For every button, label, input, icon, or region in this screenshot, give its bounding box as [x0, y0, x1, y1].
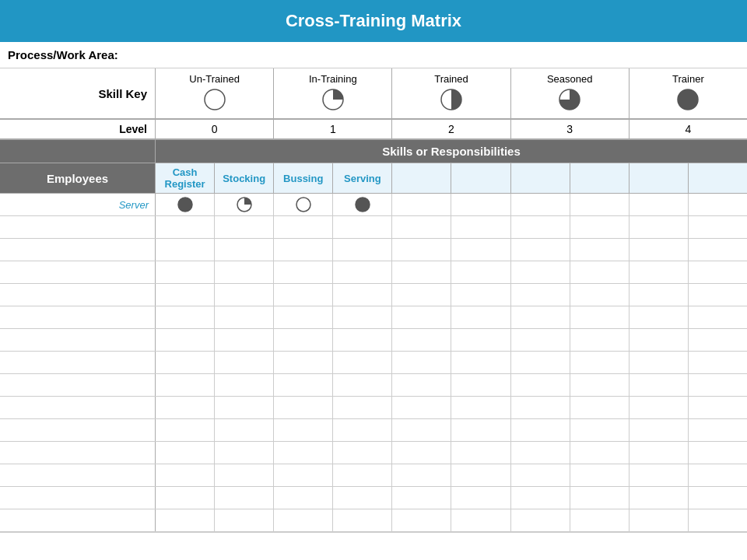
- data-cell-5-9: [689, 306, 747, 328]
- data-cell-0-5: [451, 194, 510, 215]
- data-cell-13-4: [392, 487, 451, 509]
- data-cell-12-7: [570, 464, 630, 486]
- employees-label: Employees: [0, 163, 156, 193]
- data-cell-5-8: [630, 306, 689, 328]
- data-cell-8-0: [156, 374, 215, 396]
- table-row: [0, 216, 747, 239]
- data-cell-9-8: [630, 397, 689, 418]
- data-cell-8-6: [511, 374, 570, 396]
- data-cell-4-9: [689, 284, 747, 306]
- skill-col-header-6: [511, 163, 570, 193]
- employee-cell: [0, 306, 156, 328]
- skills-header-row: Skills or Responsibilities: [0, 140, 747, 163]
- data-cell-1-0: [156, 216, 215, 238]
- skill-level-1: In-Training: [274, 68, 392, 118]
- svg-point-11: [356, 198, 370, 212]
- bottom-padding: [0, 532, 747, 560]
- data-cell-13-0: [156, 487, 215, 509]
- data-cell-6-7: [570, 329, 630, 351]
- data-cell-12-3: [333, 464, 392, 486]
- data-cell-13-1: [215, 487, 274, 509]
- level-value-0: 0: [156, 120, 274, 138]
- data-cell-7-6: [511, 352, 570, 373]
- data-cell-6-8: [630, 329, 689, 351]
- data-cell-2-9: [689, 239, 747, 261]
- skill-level-label: Trained: [434, 73, 468, 85]
- data-cell-3-3: [333, 261, 392, 283]
- data-cell-10-6: [511, 419, 570, 441]
- data-cell-11-7: [570, 442, 630, 464]
- data-cell-0-7: [570, 194, 630, 215]
- employee-cell: [0, 284, 156, 306]
- table-row: [0, 419, 747, 442]
- data-cell-2-7: [570, 239, 630, 261]
- data-cell-0-3: [333, 194, 392, 215]
- data-cell-3-4: [392, 261, 451, 283]
- employee-cell: [0, 374, 156, 396]
- skill-level-2: Trained: [392, 68, 510, 118]
- data-cell-2-1: [215, 239, 274, 261]
- data-cell-10-8: [630, 419, 689, 441]
- table-row: [0, 352, 747, 374]
- svg-point-0: [205, 89, 225, 110]
- data-cell-12-2: [274, 464, 333, 486]
- table-row: [0, 239, 747, 261]
- level-value-3: 3: [511, 120, 630, 138]
- skill-key-section: Skill Key Un-TrainedIn-TrainingTrainedSe…: [0, 68, 747, 120]
- data-cell-2-6: [511, 239, 570, 261]
- skill-levels: Un-TrainedIn-TrainingTrainedSeasonedTrai…: [156, 68, 747, 118]
- data-cell-1-1: [215, 216, 274, 238]
- process-area-label: Process/Work Area:: [0, 42, 747, 68]
- data-cell-6-9: [689, 329, 747, 351]
- data-cell-3-6: [511, 261, 570, 283]
- data-cell-14-0: [156, 509, 215, 531]
- data-cell-10-2: [274, 419, 333, 441]
- data-cell-7-9: [689, 352, 747, 373]
- data-cell-3-1: [215, 261, 274, 283]
- employee-cell: [0, 464, 156, 486]
- level-values: 01234: [156, 120, 747, 138]
- data-cell-11-1: [215, 442, 274, 464]
- svg-point-5: [678, 89, 698, 110]
- data-cell-10-1: [215, 419, 274, 441]
- skill-col-header-5: [451, 163, 510, 193]
- data-cell-11-4: [392, 442, 451, 464]
- data-cell-3-9: [689, 261, 747, 283]
- data-cell-11-0: [156, 442, 215, 464]
- data-cell-14-2: [274, 509, 333, 531]
- skill-level-3: Seasoned: [511, 68, 630, 118]
- skill-level-label: Trainer: [672, 73, 704, 85]
- data-cell-1-3: [333, 216, 392, 238]
- employee-cell: [0, 239, 156, 261]
- data-cell-14-8: [630, 509, 689, 531]
- data-cell-1-5: [451, 216, 510, 238]
- table-row: [0, 397, 747, 419]
- data-cell-4-3: [333, 284, 392, 306]
- table-row: [0, 284, 747, 306]
- data-cell-0-9: [689, 194, 747, 215]
- data-cell-12-9: [689, 464, 747, 486]
- data-cell-8-7: [570, 374, 630, 396]
- data-cell-14-9: [689, 509, 747, 531]
- employee-cell: [0, 352, 156, 373]
- skill-level-label: In-Training: [309, 73, 357, 85]
- data-cell-10-9: [689, 419, 747, 441]
- data-cell-4-5: [451, 284, 510, 306]
- data-cell-13-9: [689, 487, 747, 509]
- data-cell-7-5: [451, 352, 510, 373]
- data-cell-4-6: [511, 284, 570, 306]
- data-cell-5-7: [570, 306, 630, 328]
- data-cell-7-0: [156, 352, 215, 373]
- skill-level-4: Trainer: [630, 68, 747, 118]
- data-cell-10-7: [570, 419, 630, 441]
- data-cell-0-1: [215, 194, 274, 215]
- data-cell-12-5: [451, 464, 510, 486]
- data-cell-14-1: [215, 509, 274, 531]
- data-cell-5-5: [451, 306, 510, 328]
- data-cell-7-4: [392, 352, 451, 373]
- data-cell-0-6: [511, 194, 570, 215]
- data-cell-5-1: [215, 306, 274, 328]
- employee-cell: Server: [0, 194, 156, 215]
- data-cell-8-4: [392, 374, 451, 396]
- data-cell-11-5: [451, 442, 510, 464]
